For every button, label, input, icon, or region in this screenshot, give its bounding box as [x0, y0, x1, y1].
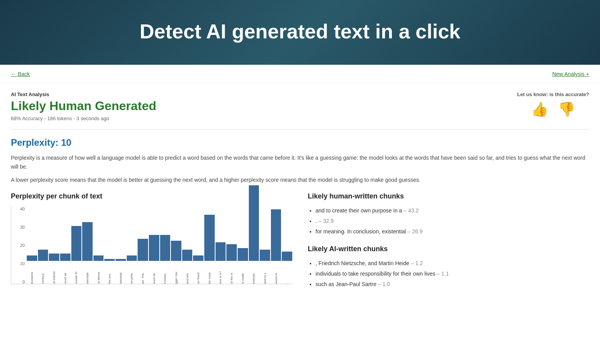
bar	[182, 250, 193, 261]
bar	[216, 242, 226, 261]
bar	[260, 250, 270, 261]
bar	[38, 250, 48, 261]
bar-group: and arti	[182, 250, 193, 284]
page-header: Detect AI generated text in a click	[0, 0, 600, 65]
bar	[138, 239, 148, 261]
bar-group: world th	[271, 209, 281, 284]
y-label-10: 10	[11, 261, 25, 266]
bar-label: of aliena	[97, 262, 100, 284]
list-item: . – 32.9	[316, 217, 589, 225]
bar	[116, 259, 126, 261]
bar-label: It challe	[241, 262, 245, 284]
list-item: for meaning. In conclusion, existential …	[316, 228, 589, 236]
bar	[49, 254, 59, 261]
bar-group: ,	[282, 252, 292, 284]
back-link[interactable]: Back	[11, 71, 30, 77]
human-chunks-section: Likely human-written chunks and to creat…	[308, 192, 589, 236]
bar-group: create th	[71, 226, 82, 284]
bar	[82, 222, 93, 261]
list-item: , Friedrich Nietzsche, and Martin Heide …	[316, 259, 589, 267]
list-item: such as Jean-Paul Sartre – 1.0	[316, 280, 589, 288]
bar	[171, 241, 181, 261]
bar-label: istentiali	[119, 262, 122, 284]
bar	[193, 255, 203, 261]
divider	[11, 129, 589, 129]
bar	[71, 226, 82, 261]
analysis-header: AI Text Analysis Likely Human Generated …	[11, 91, 589, 121]
bar-group: ism is a f	[216, 242, 226, 284]
bar	[104, 259, 115, 261]
ai-chunks-section: Likely AI-written chunks , Friedrich Nie…	[308, 245, 589, 288]
chunks-section: Likely human-written chunks and to creat…	[308, 192, 589, 298]
bar	[127, 255, 137, 261]
bar-group: the unc	[104, 259, 115, 284]
perplexity-title: Perplexity: 10	[11, 137, 589, 148]
feedback-section: Let us know: is this accurate? 👍 👎	[517, 91, 589, 117]
chart-bars: Existenticenturyof individmust talcreate…	[27, 206, 292, 284]
bar-group: Friedric	[160, 235, 171, 284]
bar-label: must tal	[64, 262, 67, 284]
bar-label: world th	[274, 262, 278, 284]
bar-label: Friedric	[163, 262, 167, 284]
bar-label: art. The	[141, 262, 145, 284]
new-analysis-link[interactable]: New Analysis	[552, 71, 589, 77]
chunk-score: – 32.9	[319, 218, 334, 224]
bar-group: art. The	[138, 239, 148, 284]
bar-group: of aliena	[93, 255, 104, 284]
human-chunks-title: Likely human-written chunks	[308, 192, 589, 200]
perplexity-desc-2: A lower perplexity score means that the …	[11, 176, 589, 184]
bar	[60, 254, 71, 261]
analysis-meta: 68% Accuracy - 186 tokens - 3 seconds ag…	[11, 116, 156, 121]
bar	[226, 244, 237, 261]
bar-label: and arti	[186, 262, 189, 284]
bar-group: must tal	[60, 254, 71, 284]
chunk-score: – 26.9	[407, 228, 422, 235]
bar-label: of the in	[230, 262, 233, 284]
bar-label: century	[41, 262, 45, 284]
main-content: AI Text Analysis Likely Human Generated …	[0, 84, 600, 305]
bar-group: istentiali	[116, 259, 126, 284]
bar	[93, 255, 104, 261]
bar	[160, 235, 171, 261]
bar-group: It challe	[238, 248, 248, 284]
bar	[238, 248, 248, 261]
bar	[149, 235, 159, 261]
list-item: and to create their own purpose in a – 4…	[316, 207, 589, 215]
chart-container: 0 10 20 30 40 Existenticenturyof individ…	[11, 207, 292, 292]
bar-label: gger hav	[174, 262, 178, 284]
bar-group: and to c	[260, 250, 270, 284]
bar-label: ,	[285, 262, 289, 284]
ai-chunks-list: , Friedrich Nietzsche, and Martin Heide …	[308, 259, 589, 288]
chart-section: Perplexity per chunk of text 0 10 20 30 …	[11, 192, 292, 298]
human-chunks-list: and to create their own purpose in a – 4…	[308, 207, 589, 236]
bar	[204, 215, 215, 261]
bar-group: for mear	[204, 215, 215, 284]
chart-area: 0 10 20 30 40 Existenticenturyof individ…	[11, 207, 292, 284]
bar-group: century	[38, 250, 48, 284]
two-col-layout: Perplexity per chunk of text 0 10 20 30 …	[11, 192, 589, 298]
bar-label: such as	[152, 262, 156, 284]
bar-group: on philo	[127, 255, 137, 284]
thumbs-up-button[interactable]: 👍	[531, 101, 548, 117]
analysis-result: Likely Human Generated	[11, 99, 156, 113]
page-title: Detect AI generated text in a click	[8, 19, 592, 43]
analysis-label: AI Text Analysis	[11, 91, 156, 97]
chunk-score: – 1.0	[378, 281, 390, 287]
thumbs-down-button[interactable]: 👎	[558, 101, 575, 117]
bar-group: individu	[249, 185, 259, 284]
bar	[282, 252, 292, 261]
feedback-buttons: 👍 👎	[517, 101, 589, 117]
bar-label: on philo	[130, 262, 133, 284]
bar-group: of the in	[226, 244, 237, 284]
chunk-score: – 1.1	[437, 271, 449, 277]
perplexity-score: 10	[61, 137, 71, 148]
bar	[271, 209, 281, 261]
ai-chunks-title: Likely AI-written chunks	[308, 245, 589, 253]
bar-group: istentiali	[82, 222, 93, 284]
bar-label: ism is a f	[219, 262, 222, 284]
analysis-result-section: AI Text Analysis Likely Human Generated …	[11, 91, 156, 121]
bar-label: istentiali	[86, 262, 89, 284]
bar-label: individu	[252, 262, 255, 284]
chunk-score: – 1.2	[411, 260, 423, 266]
y-axis-labels: 0 10 20 30 40	[11, 207, 25, 284]
